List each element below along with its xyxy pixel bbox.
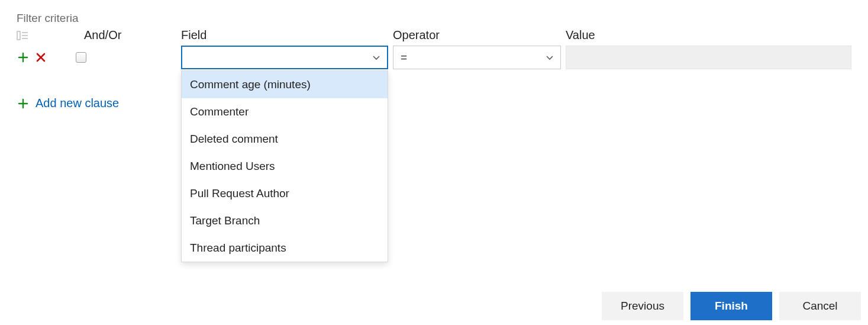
remove-clause-button[interactable] — [34, 51, 47, 64]
add-new-clause-label: Add new clause — [36, 96, 119, 110]
andor-column-header: And/Or — [17, 28, 176, 46]
field-combobox[interactable] — [181, 46, 388, 69]
filter-criteria-title: Filter criteria — [17, 12, 851, 25]
cancel-button[interactable]: Cancel — [779, 292, 861, 320]
previous-button[interactable]: Previous — [602, 292, 683, 320]
chevron-down-icon — [545, 53, 554, 62]
field-option[interactable]: Thread participants — [182, 234, 388, 262]
field-column-header: Field — [181, 28, 388, 46]
svg-rect-0 — [17, 31, 20, 40]
insert-clause-button[interactable] — [17, 51, 30, 64]
add-new-clause-link[interactable]: Add new clause — [17, 96, 119, 110]
group-clause-checkbox[interactable] — [76, 52, 86, 63]
value-input[interactable] — [566, 46, 851, 69]
wizard-footer: Previous Finish Cancel — [602, 292, 861, 320]
field-option[interactable]: Target Branch — [182, 207, 388, 234]
operator-combobox[interactable]: = — [393, 46, 561, 69]
field-dropdown[interactable]: Comment age (minutes)CommenterDeleted co… — [181, 70, 388, 262]
value-column-header: Value — [566, 28, 851, 46]
chevron-down-icon — [372, 53, 381, 62]
andor-header-text: And/Or — [84, 28, 121, 42]
finish-button[interactable]: Finish — [690, 292, 772, 320]
field-option[interactable]: Commenter — [182, 98, 388, 126]
plus-icon — [17, 97, 30, 110]
field-option[interactable]: Mentioned Users — [182, 153, 388, 180]
group-rows-icon — [17, 31, 28, 40]
field-option[interactable]: Pull Request Author — [182, 180, 388, 207]
field-option[interactable]: Deleted comment — [182, 126, 388, 153]
operator-column-header: Operator — [393, 28, 561, 46]
field-option[interactable]: Comment age (minutes) — [182, 71, 388, 98]
operator-selected-value: = — [401, 51, 407, 64]
